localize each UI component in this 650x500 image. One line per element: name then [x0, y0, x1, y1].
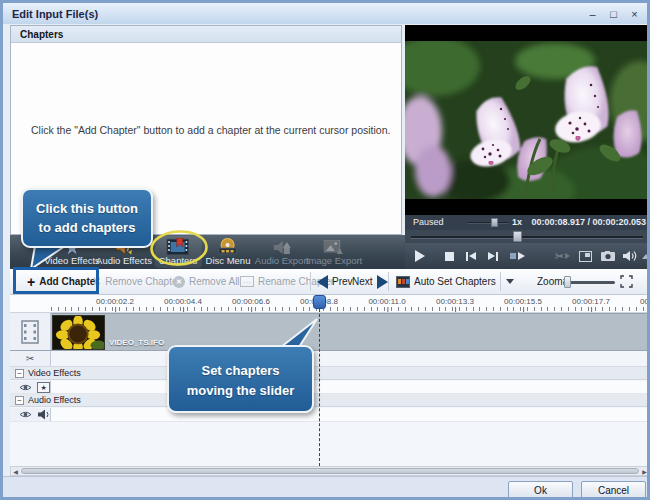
previous-frame-button[interactable]	[466, 243, 476, 269]
seek-slider-handle[interactable]	[513, 231, 522, 242]
plus-icon: +	[27, 274, 35, 290]
video-display	[405, 25, 650, 215]
video-track-header	[10, 313, 51, 350]
cancel-button[interactable]: Cancel	[581, 481, 646, 499]
video-effect-star-icon[interactable]: ★	[37, 382, 50, 393]
disc-menu-icon	[217, 238, 239, 255]
toolbar-separator	[500, 272, 501, 291]
remove-all-icon: ✕	[173, 276, 185, 288]
timeline-ruler[interactable]: 00:00:02.2 00:00:04.4 00:00:06.6 00:00:0…	[10, 295, 650, 313]
trim-scissors-icon: ✂	[555, 243, 570, 269]
auto-set-chapters-button[interactable]: Auto Set Chapters	[396, 269, 514, 294]
zoom-slider-handle[interactable]	[564, 276, 571, 288]
stop-button[interactable]	[445, 243, 454, 269]
callout-set-chapters: Set chapters moving the slider	[167, 345, 314, 413]
audio-effects-row	[10, 408, 650, 422]
scroll-left-arrow-icon[interactable]: ◀	[11, 468, 20, 475]
video-effects-row: ★	[10, 381, 650, 394]
edit-input-files-dialog: Edit Input File(s) – □ × Chapters Click …	[0, 0, 650, 500]
playback-status-bar: Paused 1x 00:00:08.917 / 00:00:20.053	[405, 215, 650, 230]
seek-slider-track[interactable]	[411, 236, 643, 239]
speed-slider-track[interactable]	[467, 222, 509, 224]
ruler-tick: 00:00:17.7	[572, 297, 610, 306]
video-track-row: VIDEO_TS.IFO	[10, 313, 650, 351]
status-paused-label: Paused	[413, 217, 444, 227]
ruler-tick: 00:00:04.4	[164, 297, 202, 306]
add-chapter-button[interactable]: + Add Chapter	[27, 269, 99, 294]
clip-thumbnail[interactable]	[52, 315, 105, 350]
chapters-instruction-text: Click the "Add Chapter" button to add a …	[31, 124, 397, 136]
video-preview-panel: Paused 1x 00:00:08.917 / 00:00:20.053 ✂	[405, 25, 650, 269]
remove-all-button: ✕ Remove All	[173, 269, 240, 294]
zoom-label: Zoom:	[537, 269, 565, 294]
ruler-tick: 00:00:15.5	[504, 297, 542, 306]
chapters-icon	[167, 238, 189, 255]
audio-export-icon	[273, 238, 291, 255]
remove-x-icon: ✕	[92, 275, 101, 288]
tab-image-export: Image Export	[302, 236, 367, 268]
chapter-toolbar: + Add Chapter ✕ Remove Chapter ✕ Remove …	[10, 269, 650, 295]
timeline-horizontal-scrollbar[interactable]: ◀ ▶	[10, 466, 650, 476]
ruler-tick: 00:00:19.9	[640, 297, 650, 306]
speed-slider-handle[interactable]	[491, 218, 498, 227]
toolbar-separator	[310, 272, 311, 291]
image-export-icon	[324, 238, 344, 255]
minimize-button[interactable]: –	[586, 8, 599, 20]
next-chapter-button[interactable]: Next	[352, 269, 388, 294]
callout-add-tail	[23, 245, 67, 271]
volume-expand-arrow-icon[interactable]	[642, 243, 650, 269]
title-bar: Edit Input File(s) – □ ×	[3, 3, 647, 24]
remove-chapter-button: ✕ Remove Chapter	[92, 269, 181, 294]
ruler-tick: 00:00:11.0	[368, 297, 405, 306]
scissors-icon[interactable]: ✂	[26, 353, 34, 364]
cut-row: ✂	[10, 351, 650, 367]
prev-arrow-icon	[317, 275, 328, 289]
eye-icon[interactable]	[19, 383, 31, 392]
dropdown-arrow-icon	[506, 279, 514, 284]
ruler-tick: 00:00:13.3	[436, 297, 474, 306]
audio-effects-section-header[interactable]: − Audio Effects	[10, 394, 650, 407]
prev-chapter-button[interactable]: Prev	[317, 269, 353, 294]
tab-disc-menu[interactable]: Disc Menu	[202, 236, 255, 268]
dialog-footer: Ok Cancel	[3, 476, 647, 500]
seek-bar-row	[405, 230, 650, 243]
speed-value: 1x	[512, 217, 522, 227]
video-clip-track[interactable]: VIDEO_TS.IFO	[51, 313, 650, 350]
film-strip-icon	[21, 320, 39, 344]
auto-chapters-film-icon	[396, 276, 410, 288]
chapters-panel-header: Chapters	[11, 26, 401, 43]
next-frame-button[interactable]	[488, 243, 498, 269]
snapshot-camera-icon[interactable]	[601, 243, 615, 269]
rename-icon: …	[240, 276, 254, 287]
scroll-right-arrow-icon[interactable]: ▶	[640, 468, 649, 475]
scrollbar-thumb[interactable]	[21, 468, 639, 474]
maximize-button[interactable]: □	[607, 8, 620, 20]
volume-icon[interactable]	[622, 243, 638, 269]
play-button[interactable]	[415, 243, 425, 269]
timeline-cursor-handle[interactable]	[313, 295, 326, 309]
callout-add-chapters: Click this button to add chapters	[21, 188, 153, 248]
ruler-tick: 00:00:06.6	[232, 297, 270, 306]
step-playback-button[interactable]	[510, 243, 525, 269]
video-effects-section-header[interactable]: − Video Effects	[10, 367, 650, 380]
collapse-icon[interactable]: −	[15, 369, 24, 378]
time-display: 00:00:08.917 / 00:00:20.053	[531, 217, 646, 227]
eye-icon[interactable]	[19, 410, 31, 419]
speaker-icon[interactable]	[37, 409, 50, 420]
next-arrow-icon	[377, 275, 388, 289]
zoom-fit-icon[interactable]	[620, 269, 633, 294]
clip-filename-label: VIDEO_TS.IFO	[109, 338, 164, 347]
cut-row-header: ✂	[10, 351, 51, 366]
window-title: Edit Input File(s)	[12, 8, 98, 20]
ruler-minor-ticks	[51, 307, 650, 311]
video-frame-flowers	[405, 41, 650, 199]
collapse-icon[interactable]: −	[15, 396, 24, 405]
ruler-tick: 00:00:02.2	[96, 297, 134, 306]
playback-controls: ✂	[405, 243, 650, 269]
fullscreen-icon[interactable]	[579, 243, 592, 269]
toolbar-separator	[388, 272, 389, 291]
ok-button[interactable]: Ok	[508, 481, 573, 499]
tab-chapters[interactable]: Chapters	[155, 236, 202, 268]
close-button[interactable]: ×	[628, 8, 641, 20]
